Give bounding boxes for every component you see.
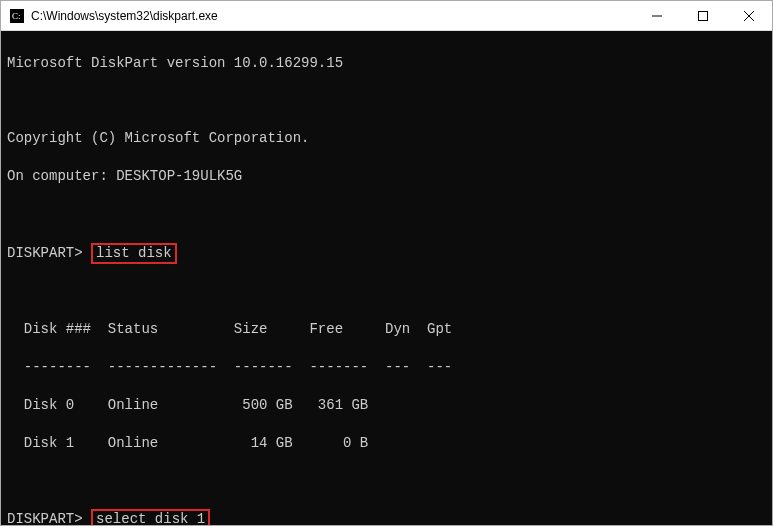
- prompt-text: DISKPART>: [7, 245, 83, 261]
- blank-line: [7, 471, 766, 490]
- window-title: C:\Windows\system32\diskpart.exe: [31, 9, 634, 23]
- maximize-button[interactable]: [680, 1, 726, 30]
- command-highlight: list disk: [91, 243, 177, 264]
- svg-text:C:: C:: [12, 11, 21, 21]
- blank-line: [7, 205, 766, 224]
- window: C: C:\Windows\system32\diskpart.exe Micr…: [0, 0, 773, 526]
- disk-table-header: Disk ### Status Size Free Dyn Gpt: [7, 320, 766, 339]
- close-button[interactable]: [726, 1, 772, 30]
- minimize-button[interactable]: [634, 1, 680, 30]
- disk-table-row: Disk 1 Online 14 GB 0 B: [7, 434, 766, 453]
- console-output[interactable]: Microsoft DiskPart version 10.0.16299.15…: [1, 31, 772, 525]
- window-controls: [634, 1, 772, 30]
- blank-line: [7, 282, 766, 301]
- command-highlight: select disk 1: [91, 509, 210, 525]
- app-icon: C:: [9, 8, 25, 24]
- svg-rect-3: [699, 11, 708, 20]
- prompt-line: DISKPART> select disk 1: [7, 509, 766, 525]
- blank-line: [7, 92, 766, 111]
- titlebar: C: C:\Windows\system32\diskpart.exe: [1, 1, 772, 31]
- prompt-text: DISKPART>: [7, 511, 83, 525]
- copyright-line: Copyright (C) Microsoft Corporation.: [7, 129, 766, 148]
- version-line: Microsoft DiskPart version 10.0.16299.15: [7, 54, 766, 73]
- disk-table-divider: -------- ------------- ------- ------- -…: [7, 358, 766, 377]
- prompt-line: DISKPART> list disk: [7, 243, 766, 264]
- computer-line: On computer: DESKTOP-19ULK5G: [7, 167, 766, 186]
- disk-table-row: Disk 0 Online 500 GB 361 GB: [7, 396, 766, 415]
